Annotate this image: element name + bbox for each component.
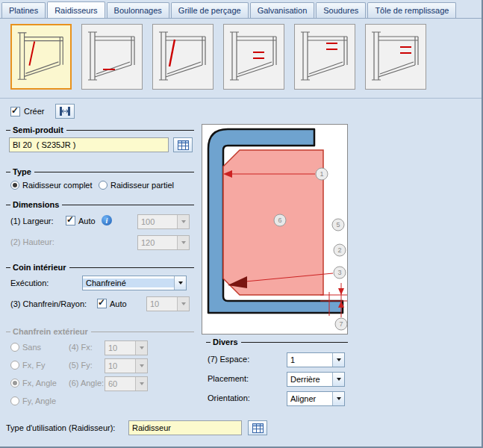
radio-fx-fy[interactable] [10, 361, 19, 370]
chanfrein-auto-label: Auto [110, 299, 127, 308]
radio-raidisseur-partiel-label: Raidisseur partiel [110, 181, 174, 190]
stiffener-thumbnail-4[interactable] [223, 24, 284, 90]
radio-fy-angle[interactable] [10, 396, 19, 405]
stiffener-thumbnail-1[interactable] [10, 24, 72, 90]
execution-value: Chanfreiné [83, 279, 174, 287]
fx-value: 10 [105, 343, 135, 352]
radio-fx-angle[interactable] [10, 379, 19, 388]
svg-text:1: 1 [320, 170, 323, 178]
largeur-combo[interactable]: 100 [137, 214, 190, 229]
espace-combo[interactable]: 1 [287, 352, 345, 367]
group-semi-produit: Semi-produit [6, 125, 194, 158]
group-title-semi-produit: Semi-produit [10, 125, 66, 134]
svg-text:7: 7 [339, 320, 343, 328]
stiffener-bars-icon [59, 106, 71, 116]
largeur-auto-checkbox[interactable] [66, 216, 75, 225]
tab-boulonnages[interactable]: Boulonnages [107, 2, 169, 18]
group-dimensions: Dimensions (1) Largeur: Auto i 100 (2) H… [6, 200, 194, 257]
usage-type-table-button[interactable] [248, 420, 267, 435]
orientation-value: Aligner [287, 394, 332, 403]
fx-combo[interactable]: 10 [105, 340, 148, 355]
placement-value: Derrière [287, 375, 332, 384]
chevron-down-icon [332, 353, 344, 367]
tab-platines[interactable]: Platines [1, 2, 46, 18]
chevron-down-icon [135, 341, 147, 355]
orientation-label: Orientation: [208, 393, 250, 402]
largeur-value: 100 [138, 217, 177, 226]
radio-sans-label: Sans [22, 343, 41, 352]
stiffener-preview-diagram: 1 5 2 3 6 [202, 125, 347, 334]
usage-type-input[interactable] [128, 420, 242, 435]
placement-combo[interactable]: Derrière [287, 372, 345, 387]
chevron-down-icon [135, 359, 147, 373]
hauteur-value: 120 [138, 238, 177, 247]
tab-strip-divider [0, 18, 482, 19]
angle-value: 60 [105, 379, 135, 388]
stiffener-mode-button[interactable] [55, 104, 75, 119]
fx-label: (4) Fx: [69, 343, 93, 352]
radio-fy-angle-label: Fy, Angle [22, 396, 56, 405]
angle-label: (6) Angle: [69, 379, 104, 388]
fy-combo[interactable]: 10 [105, 358, 148, 373]
semi-produit-input[interactable] [9, 137, 169, 152]
group-title-coin-interieur: Coin intérieur [10, 263, 69, 272]
chanfrein-rayon-combo[interactable]: 10 [146, 296, 190, 311]
group-title-dimensions: Dimensions [10, 200, 62, 209]
chevron-down-icon [135, 377, 147, 391]
stiffener-dialog: Platines Raidisseurs Boulonnages Grille … [0, 0, 483, 448]
group-title-type: Type [10, 167, 34, 176]
radio-raidisseur-complet-label: Raidisseur complet [22, 181, 93, 190]
radio-raidisseur-complet[interactable] [10, 181, 19, 190]
execution-combo[interactable]: Chanfreiné [82, 276, 187, 290]
chevron-down-icon [174, 276, 186, 290]
stiffener-sketch-icon [12, 25, 70, 88]
fy-value: 10 [105, 361, 135, 370]
radio-sans[interactable] [10, 343, 19, 352]
chevron-down-icon [332, 392, 344, 405]
chanfrein-auto-checkbox[interactable] [97, 299, 107, 308]
stiffener-sketch-icon [366, 25, 426, 89]
angle-combo[interactable]: 60 [105, 376, 148, 391]
create-label: Créer [24, 107, 45, 116]
radio-fx-fy-label: Fx, Fy [22, 361, 46, 370]
stiffener-thumbnail-5[interactable] [294, 24, 355, 90]
stiffener-sketch-icon [295, 25, 355, 89]
stiffener-thumbnail-6[interactable] [365, 24, 426, 90]
section-divider [0, 98, 482, 99]
tab-raidisseurs[interactable]: Raidisseurs [47, 1, 105, 18]
stiffener-type-gallery [10, 24, 426, 90]
chevron-down-icon [332, 373, 344, 386]
semi-produit-table-button[interactable] [173, 137, 193, 152]
radio-fx-angle-label: Fx, Angle [22, 379, 57, 388]
svg-text:3: 3 [337, 269, 341, 276]
largeur-label: (1) Largeur: [10, 217, 53, 225]
callout-7: 7 [335, 318, 347, 330]
tab-grille-de-percage[interactable]: Grille de perçage [171, 2, 249, 18]
tab-soudures[interactable]: Soudures [316, 2, 366, 18]
tab-tole-de-remplissage[interactable]: Tôle de remplissage [367, 2, 456, 18]
stiffener-thumbnail-2[interactable] [81, 24, 143, 90]
create-checkbox[interactable] [10, 107, 20, 116]
orientation-combo[interactable]: Aligner [287, 391, 345, 406]
group-chanfrein-exterieur: Chanfrein extérieur Sans (4) Fx: 10 Fx, … [6, 327, 194, 411]
info-icon[interactable]: i [102, 215, 112, 225]
radio-raidisseur-partiel[interactable] [99, 181, 107, 190]
chevron-down-icon [177, 297, 189, 311]
espace-value: 1 [287, 355, 332, 364]
chevron-down-icon [177, 215, 189, 228]
svg-text:6: 6 [278, 217, 281, 224]
table-icon [252, 423, 264, 433]
group-title-chanfrein-exterieur: Chanfrein extérieur [10, 327, 91, 336]
svg-text:5: 5 [336, 221, 340, 228]
espace-label: (7) Espace: [208, 355, 249, 364]
stiffener-thumbnail-3[interactable] [152, 24, 214, 90]
hauteur-combo[interactable]: 120 [137, 235, 190, 250]
group-divers: Divers (7) Espace: 1 Placement: Derrière… [206, 337, 348, 409]
largeur-auto-label: Auto [78, 217, 96, 225]
chevron-down-icon [177, 236, 189, 249]
fy-label: (5) Fy: [69, 361, 93, 370]
tab-galvanisation[interactable]: Galvanisation [250, 2, 315, 18]
group-title-divers: Divers [211, 337, 241, 346]
execution-label: Exécution: [10, 279, 49, 287]
group-type: Type Raidisseur complet Raidisseur parti… [6, 167, 194, 194]
